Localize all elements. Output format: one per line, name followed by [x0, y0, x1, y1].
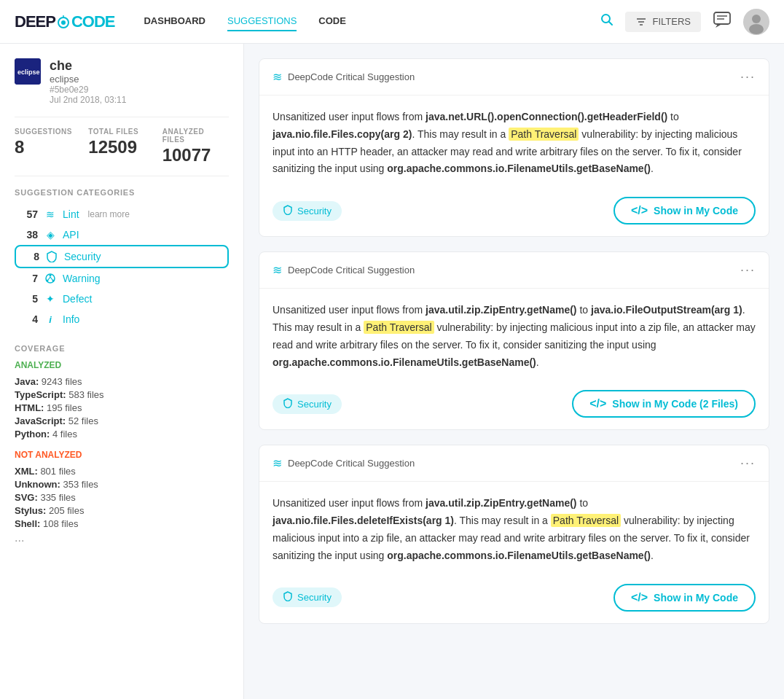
more-button-2[interactable]: ···: [740, 456, 756, 471]
critical-text-2: DeepCode Critical Suggestion: [288, 458, 415, 469]
security-badge-label-2: Security: [297, 592, 332, 603]
security-badge-label-0: Security: [297, 206, 332, 216]
cat-count-security: 8: [22, 251, 39, 262]
category-warning[interactable]: 7 Warning: [15, 268, 229, 289]
suggestion-text-1: Unsanitized user input flows from java.u…: [273, 302, 756, 371]
logo-code-text: CODE: [55, 12, 115, 31]
file-unknown: Unknown: 353 files: [15, 479, 229, 490]
show-code-label-1: Show in My Code (2 Files): [612, 398, 738, 410]
show-code-button-0[interactable]: </> Show in My Code: [614, 197, 756, 224]
show-code-button-2[interactable]: </> Show in My Code: [614, 584, 756, 612]
filters-button[interactable]: FILTERS: [625, 12, 702, 32]
security-badge-0: Security: [273, 201, 342, 221]
category-api[interactable]: 38 ◈ API: [15, 224, 229, 245]
lint-icon: ≋: [44, 208, 57, 221]
category-lint[interactable]: 57 ≋ Lint learn more: [15, 204, 229, 224]
repo-name: che: [50, 58, 126, 74]
repo-icon: eclipse: [15, 58, 41, 85]
search-button[interactable]: [600, 12, 614, 31]
category-info[interactable]: 4 i Info: [15, 309, 229, 329]
show-code-label-2: Show in My Code: [654, 592, 738, 604]
critical-text-0: DeepCode Critical Suggestion: [288, 71, 415, 82]
cat-count-lint: 57: [20, 208, 38, 220]
nav-dashboard[interactable]: DASHBOARD: [144, 12, 205, 31]
header: DEEP CODE DASHBOARD SUGGESTIONS CODE: [0, 0, 784, 44]
security-badge-label-1: Security: [297, 399, 332, 410]
card-footer-0: Security </> Show in My Code: [259, 188, 769, 236]
code-icon-2: </>: [631, 591, 648, 604]
not-analyzed-label: NOT ANALYZED: [15, 450, 229, 460]
nav-code[interactable]: CODE: [318, 12, 346, 31]
stat-suggestions: SUGGESTIONS 8: [15, 128, 81, 165]
card-body-0: Unsanitized user input flows from java.n…: [259, 95, 769, 188]
show-code-button-1[interactable]: </> Show in My Code (2 Files): [572, 390, 756, 418]
file-python: Python: 4 files: [15, 429, 229, 440]
nav-suggestions[interactable]: SUGGESTIONS: [227, 12, 297, 31]
analyzed-label: ANALYZED: [15, 360, 229, 370]
stat-total-label: TOTAL FILES: [88, 128, 154, 136]
security-badge-1: Security: [273, 394, 342, 414]
logo-deep-text: DEEP: [15, 12, 55, 31]
file-html: HTML: 195 files: [15, 402, 229, 413]
svg-line-4: [608, 22, 612, 26]
stat-analyzed-label: ANALYZED FILES: [162, 128, 229, 144]
cat-label-defect: Defect: [63, 293, 92, 305]
card-footer-2: Security </> Show in My Code: [259, 575, 769, 623]
defect-icon: ✦: [44, 292, 57, 305]
svg-point-13: [749, 24, 764, 34]
file-svg: SVG: 335 files: [15, 492, 229, 503]
wave-icon-0: ≋: [273, 70, 282, 84]
shield-icon-1: [283, 398, 293, 410]
cat-count-info: 4: [20, 313, 38, 325]
categories-title: SUGGESTION CATEGORIES: [15, 188, 229, 197]
card-body-2: Unsanitized user input flows from java.u…: [259, 482, 769, 574]
suggestion-card-2: ≋ DeepCode Critical Suggestion ··· Unsan…: [259, 445, 769, 623]
suggestion-text-0: Unsanitized user input flows from java.n…: [273, 109, 756, 178]
cat-label-warning: Warning: [63, 273, 101, 284]
info-icon: i: [44, 313, 57, 326]
shield-icon-0: [283, 205, 293, 217]
learn-more-lint[interactable]: learn more: [88, 209, 130, 219]
sidebar: eclipse che eclipse #5be0e29 Jul 2nd 201…: [0, 44, 244, 699]
stat-analyzed-files: ANALYZED FILES 10077: [162, 128, 229, 165]
repo-hash: #5be0e29: [50, 85, 126, 95]
card-header-2: ≋ DeepCode Critical Suggestion ···: [259, 445, 769, 482]
filters-label: FILTERS: [653, 16, 691, 27]
file-typescript: TypeScript: 583 files: [15, 389, 229, 400]
stat-suggestions-label: SUGGESTIONS: [15, 128, 81, 136]
suggestion-card-1: ≋ DeepCode Critical Suggestion ··· Unsan…: [259, 251, 769, 430]
repo-date: Jul 2nd 2018, 03:11: [50, 95, 126, 105]
cat-count-api: 38: [20, 229, 38, 241]
more-button-1[interactable]: ···: [740, 262, 756, 278]
warning-icon: [44, 272, 57, 285]
more-button-0[interactable]: ···: [740, 69, 756, 85]
avatar[interactable]: [743, 9, 769, 35]
svg-line-20: [48, 277, 50, 280]
deepcode-label-2: ≋ DeepCode Critical Suggestion: [273, 456, 415, 470]
chat-button[interactable]: [712, 9, 732, 34]
repo-sub: eclipse: [50, 74, 126, 85]
stat-total-value: 12509: [88, 137, 154, 157]
file-javascript: JavaScript: 52 files: [15, 415, 229, 426]
svg-line-21: [50, 277, 52, 280]
avatar-image: [743, 9, 769, 35]
svg-point-12: [752, 15, 761, 23]
suggestion-text-2: Unsanitized user input flows from java.u…: [273, 495, 756, 564]
code-icon-1: </>: [589, 397, 606, 410]
files-ellipsis: ...: [15, 531, 229, 544]
category-defect[interactable]: 5 ✦ Defect: [15, 289, 229, 309]
wave-icon-1: ≋: [273, 263, 282, 277]
suggestion-card-0: ≋ DeepCode Critical Suggestion ··· Unsan…: [259, 58, 769, 237]
logo-icon: [56, 15, 71, 30]
file-shell: Shell: 108 files: [15, 518, 229, 529]
category-security[interactable]: 8 Security: [15, 245, 229, 268]
main-layout: eclipse che eclipse #5be0e29 Jul 2nd 201…: [0, 44, 784, 699]
repo-info: che eclipse #5be0e29 Jul 2nd 2018, 03:11: [50, 58, 126, 105]
cat-label-api: API: [63, 229, 79, 241]
card-header-0: ≋ DeepCode Critical Suggestion ···: [259, 59, 769, 95]
file-stylus: Stylus: 205 files: [15, 505, 229, 516]
card-footer-1: Security </> Show in My Code (2 Files): [259, 381, 769, 429]
code-icon-0: </>: [631, 204, 648, 217]
coverage-section: COVERAGE ANALYZED Java: 9243 files TypeS…: [15, 344, 229, 544]
cat-count-defect: 5: [20, 293, 38, 305]
